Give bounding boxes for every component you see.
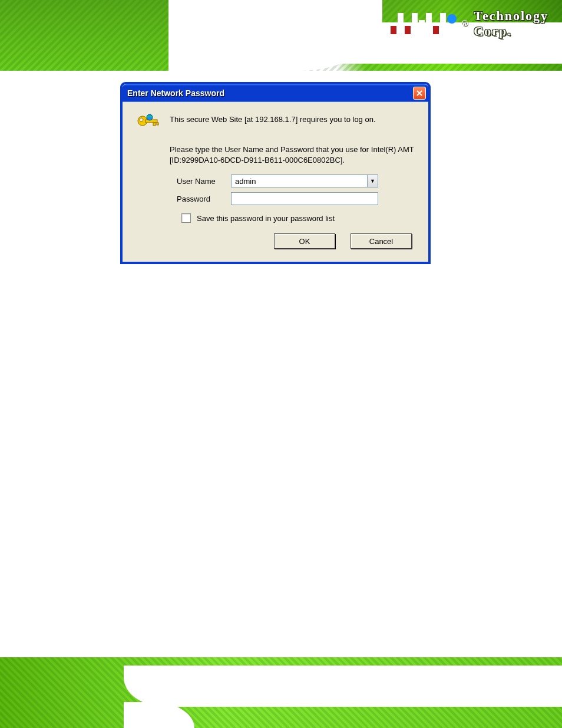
svg-rect-4 [157,123,158,125]
svg-rect-3 [153,123,156,126]
svg-point-5 [147,114,153,120]
dialog-message-1: This secure Web Site [at 192.168.1.7] re… [170,113,376,124]
save-password-row: Save this password in your password list [181,213,415,223]
footer-banner [0,657,562,728]
dialog-titlebar[interactable]: Enter Network Password [123,84,428,102]
cancel-button-label: Cancel [369,237,393,246]
username-row: User Name ▼ [177,174,415,187]
header-banner: ® Technology Corp. [0,0,562,71]
username-combobox[interactable]: ▼ [231,174,378,187]
ok-button-label: OK [299,237,310,246]
key-icon [135,113,161,139]
iei-logo-icon [390,13,457,34]
close-button[interactable] [413,87,426,100]
brand-logo: ® Technology Corp. [390,2,561,45]
dropdown-button[interactable]: ▼ [367,175,378,187]
password-row: Password [177,192,415,205]
save-password-checkbox[interactable] [181,213,191,223]
password-input[interactable] [231,192,378,205]
ok-button[interactable]: OK [274,233,335,249]
footer-curve-decoration [124,666,562,707]
username-label: User Name [177,177,231,186]
dialog-body: This secure Web Site [at 192.168.1.7] re… [123,102,428,262]
cancel-button[interactable]: Cancel [351,233,412,249]
chevron-down-icon: ▼ [370,178,375,184]
save-password-label: Save this password in your password list [197,214,335,223]
svg-rect-2 [146,120,157,123]
dialog-message-2: Please type the User Name and Password t… [170,144,415,165]
network-password-dialog: Enter Network Password This secure Web S… [121,83,430,263]
svg-point-1 [140,118,143,121]
close-icon [416,88,422,98]
username-input[interactable] [232,175,367,187]
registered-mark: ® [462,19,468,28]
dialog-title: Enter Network Password [127,88,413,98]
dialog-button-row: OK Cancel [135,233,415,249]
brand-text: Technology Corp. [474,8,561,39]
password-label: Password [177,195,231,203]
